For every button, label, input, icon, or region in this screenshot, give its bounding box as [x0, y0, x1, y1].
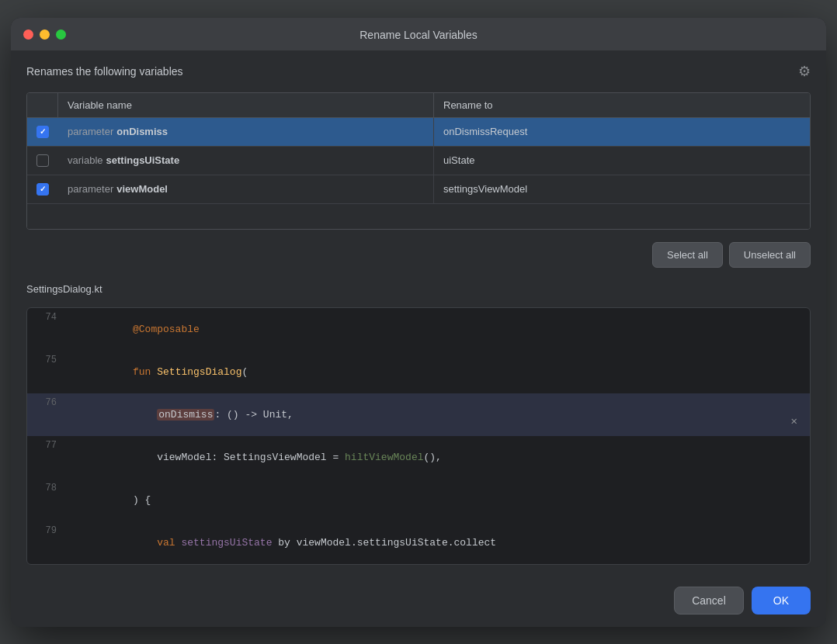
ok-button[interactable]: OK: [752, 587, 811, 615]
code-content-76: onDismiss: () -> Unit,: [66, 393, 810, 436]
code-block: 74 @Composable 75 fun SettingsDialog( 76…: [26, 307, 811, 565]
maximize-button[interactable]: [56, 29, 66, 40]
row1-rename: onDismissRequest: [434, 118, 810, 146]
row3-rename: settingsViewModel: [434, 175, 810, 203]
footer-buttons: Cancel OK: [11, 577, 826, 627]
code-content-78: ) {: [66, 479, 810, 521]
code-content-75: fun SettingsDialog(: [66, 351, 810, 393]
line-num-76: 76: [27, 393, 66, 412]
line-num-74: 74: [27, 308, 66, 327]
variables-table: Variable name Rename to parameter onDism…: [26, 92, 811, 230]
minimize-button[interactable]: [40, 29, 50, 40]
code-content-77: viewModel: SettingsViewModel = hiltViewM…: [66, 436, 810, 479]
line-num-77: 77: [27, 436, 66, 455]
close-x-icon[interactable]: ✕: [791, 414, 797, 428]
ondismiss-rest: : () -> Unit,: [214, 409, 293, 421]
settings-icon[interactable]: ⚙: [798, 63, 811, 80]
code-content-79: val settingsUiState by viewModel.setting…: [66, 521, 810, 564]
th-rename-to: Rename to: [434, 93, 810, 117]
hiltviewmodel: hiltViewModel: [345, 452, 423, 463]
by-text: by viewModel.settingsUiState.collect: [272, 537, 496, 549]
file-label: SettingsDialog.kt: [26, 280, 811, 298]
row1-checkbox-cell: [27, 118, 58, 146]
row2-rename-value: uiState: [443, 154, 474, 166]
row2-checkbox-cell: [27, 147, 58, 175]
row3-var-type: parameter: [68, 183, 113, 195]
close-button[interactable]: [23, 29, 33, 40]
empty-row: [27, 204, 810, 229]
th-variable-name: Variable name: [58, 93, 434, 117]
select-all-button[interactable]: Select all: [652, 242, 723, 268]
annotation-composable: @Composable: [133, 324, 200, 335]
table-row[interactable]: variable settingsUiState uiState: [27, 147, 810, 175]
code-line-78: 78 ) {: [27, 479, 810, 521]
code-line-76: 76 onDismiss: () -> Unit, ✕: [27, 393, 810, 436]
row1-checkbox[interactable]: [36, 126, 49, 138]
row3-var-bold: viewModel: [116, 183, 168, 195]
indent-76: [133, 409, 157, 421]
fun-name: SettingsDialog: [157, 366, 241, 378]
line-num-79: 79: [27, 521, 66, 540]
titlebar: Rename Local Variables: [11, 18, 826, 50]
code-line-74: 74 @Composable: [27, 308, 810, 351]
rename-dialog: Rename Local Variables Renames the follo…: [11, 18, 826, 627]
code-line-79: 79 val settingsUiState by viewModel.sett…: [27, 521, 810, 564]
settings-ui-state-var: settingsUiState: [181, 537, 272, 549]
row2-checkbox[interactable]: [36, 154, 49, 167]
code-line-75: 75 fun SettingsDialog(: [27, 351, 810, 393]
kw-val: val: [133, 537, 181, 549]
code-content-74: @Composable: [66, 308, 810, 351]
row3-checkbox-cell: [27, 175, 58, 203]
description-text: Renames the following variables: [26, 65, 183, 78]
row1-rename-value: onDismissRequest: [443, 126, 527, 137]
select-buttons-row: Select all Unselect all: [26, 239, 811, 271]
closing-brace: ) {: [133, 494, 151, 506]
paren-close-77: (),: [423, 452, 441, 463]
table-row[interactable]: parameter viewModel settingsViewModel: [27, 175, 810, 204]
table-row[interactable]: parameter onDismiss onDismissRequest: [27, 118, 810, 147]
row3-varname: parameter viewModel: [58, 175, 434, 203]
th-checkbox: [27, 93, 58, 117]
row2-rename: uiState: [434, 147, 810, 175]
row3-rename-value: settingsViewModel: [443, 183, 527, 195]
row1-varname: parameter onDismiss: [58, 118, 434, 146]
row2-varname: variable settingsUiState: [58, 147, 434, 175]
kw-fun: fun: [133, 366, 157, 378]
line-num-75: 75: [27, 351, 66, 369]
dialog-content: Renames the following variables ⚙ Variab…: [11, 50, 826, 577]
row2-var-bold: settingsUiState: [106, 154, 180, 166]
cancel-button[interactable]: Cancel: [674, 587, 744, 615]
table-header: Variable name Rename to: [27, 93, 810, 118]
unselect-all-button[interactable]: Unselect all: [729, 242, 811, 268]
row2-var-type: variable: [68, 154, 103, 166]
traffic-lights: [23, 29, 66, 40]
description-row: Renames the following variables ⚙: [26, 63, 811, 83]
row1-var-bold: onDismiss: [116, 126, 168, 137]
ondismiss-highlight: onDismiss: [157, 409, 214, 421]
paren-open: (: [241, 366, 248, 378]
row1-var-type: parameter: [68, 126, 113, 137]
dialog-title: Rename Local Variables: [359, 29, 478, 41]
viewmodel-param: viewModel: SettingsViewModel =: [133, 452, 345, 463]
line-num-78: 78: [27, 479, 66, 497]
row3-checkbox[interactable]: [36, 183, 49, 196]
code-line-77: 77 viewModel: SettingsViewModel = hiltVi…: [27, 436, 810, 479]
